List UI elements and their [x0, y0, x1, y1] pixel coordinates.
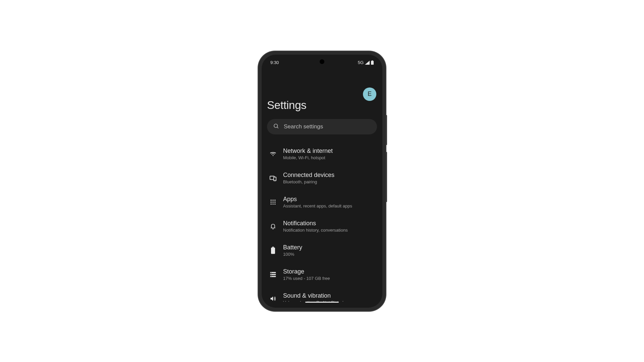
item-title: Sound & vibration [283, 292, 375, 299]
item-subtitle: 17% used - 107 GB free [283, 276, 375, 281]
svg-point-22 [271, 272, 272, 273]
svg-point-11 [271, 201, 272, 202]
item-subtitle: Mobile, Wi-Fi, hotspot [283, 155, 375, 160]
settings-item-battery[interactable]: Battery 100% [267, 238, 377, 262]
svg-point-23 [271, 274, 272, 275]
svg-rect-18 [271, 247, 275, 254]
battery-full-icon [269, 246, 277, 254]
nav-pill [305, 302, 339, 303]
status-right: 5G [358, 60, 374, 65]
svg-point-16 [274, 203, 275, 204]
search-icon [273, 123, 279, 130]
item-title: Battery [283, 244, 375, 251]
storage-icon [269, 270, 277, 279]
item-title: Network & internet [283, 147, 375, 155]
item-title: Connected devices [283, 172, 375, 179]
settings-item-connected-devices[interactable]: Connected devices Bluetooth, pairing [267, 166, 377, 190]
item-subtitle: Notification history, conversations [283, 228, 375, 233]
profile-avatar[interactable]: E [363, 87, 376, 101]
item-title: Notifications [283, 220, 375, 227]
svg-point-24 [271, 276, 272, 277]
svg-rect-17 [272, 247, 274, 248]
apps-icon [269, 198, 277, 206]
bell-icon [269, 222, 277, 230]
status-time: 9:30 [270, 60, 279, 65]
settings-item-apps[interactable]: Apps Assistant, recent apps, default app… [267, 190, 377, 214]
settings-item-storage[interactable]: Storage 17% used - 107 GB free [267, 262, 377, 287]
search-placeholder: Search settings [284, 123, 323, 130]
svg-point-13 [274, 201, 275, 202]
search-input[interactable]: Search settings [267, 119, 377, 134]
item-subtitle: Assistant, recent apps, default apps [283, 203, 375, 208]
svg-rect-1 [371, 61, 374, 65]
svg-rect-0 [372, 60, 373, 61]
volume-icon [269, 295, 277, 302]
svg-point-2 [274, 124, 278, 128]
settings-item-network[interactable]: Network & internet Mobile, Wi-Fi, hotspo… [267, 142, 377, 166]
phone-screen: 9:30 5G E Settings Search settings [262, 55, 382, 308]
svg-point-9 [272, 199, 273, 200]
wifi-icon [269, 150, 277, 158]
svg-point-7 [275, 179, 275, 180]
item-subtitle: Bluetooth, pairing [283, 179, 375, 184]
svg-line-3 [277, 127, 278, 128]
item-title: Apps [283, 196, 375, 203]
settings-list: Network & internet Mobile, Wi-Fi, hotspo… [267, 142, 377, 302]
svg-point-4 [273, 155, 274, 156]
devices-icon [269, 174, 277, 182]
svg-point-10 [274, 199, 275, 200]
item-subtitle: Volume, haptics, Do Not Disturb [283, 300, 375, 302]
svg-rect-6 [274, 177, 276, 181]
svg-point-14 [271, 203, 272, 204]
svg-point-8 [271, 199, 272, 200]
settings-item-sound[interactable]: Sound & vibration Volume, haptics, Do No… [267, 287, 377, 302]
page-title: Settings [267, 99, 377, 112]
item-subtitle: 100% [283, 252, 375, 257]
phone-frame: 9:30 5G E Settings Search settings [258, 51, 386, 311]
status-network-label: 5G [358, 60, 364, 65]
signal-icon [365, 61, 370, 65]
svg-point-15 [272, 203, 273, 204]
content: E Settings Search settings Network & int… [262, 69, 382, 302]
battery-icon [371, 60, 374, 65]
item-title: Storage [283, 268, 375, 275]
nav-bar[interactable] [262, 302, 382, 308]
svg-point-12 [272, 201, 273, 202]
camera-hole [320, 59, 324, 64]
settings-item-notifications[interactable]: Notifications Notification history, conv… [267, 214, 377, 238]
